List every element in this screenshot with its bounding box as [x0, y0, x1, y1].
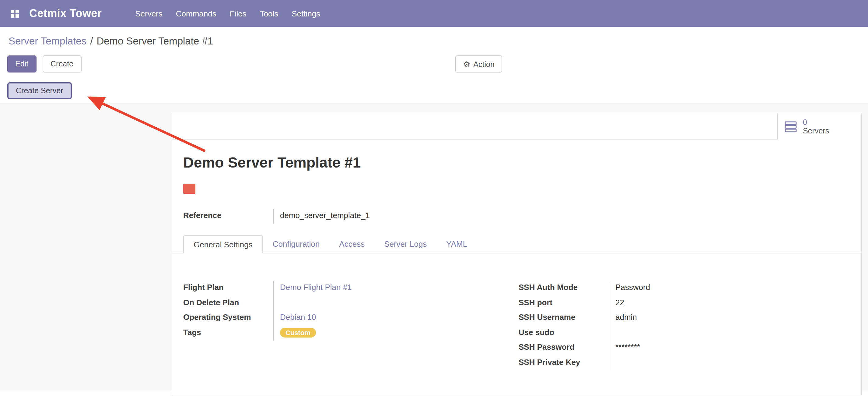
main-menu: Servers Commands Files Tools Settings	[128, 1, 327, 26]
header-button-row: Create Server	[0, 82, 868, 104]
control-panel-buttons: Edit Create ⚙Action	[0, 55, 868, 73]
gear-icon: ⚙	[463, 59, 470, 68]
breadcrumb: Server Templates/Demo Server Template #1	[0, 27, 868, 48]
create-server-button[interactable]: Create Server	[7, 82, 72, 99]
top-navbar: Cetmix Tower Servers Commands Files Tool…	[0, 0, 868, 27]
reference-value: demo_server_template_1	[273, 209, 850, 224]
ssh-private-key-value	[609, 356, 850, 370]
field-label: SSH Private Key	[519, 356, 609, 370]
breadcrumb-separator: /	[90, 35, 93, 46]
empty-value	[273, 296, 515, 311]
ssh-password-value: ********	[609, 341, 850, 356]
ssh-port-value: 22	[609, 296, 850, 311]
field-operating-system: Operating System Debian 10	[183, 311, 515, 326]
action-button-label: Action	[473, 60, 495, 68]
field-tags: Tags Custom	[183, 326, 515, 341]
menu-item-commands[interactable]: Commands	[169, 1, 223, 26]
tab-general-settings[interactable]: General Settings	[183, 235, 263, 253]
field-ssh-auth-mode: SSH Auth Mode Password	[519, 281, 850, 296]
control-panel: Server Templates/Demo Server Template #1…	[0, 27, 868, 104]
breadcrumb-parent-link[interactable]: Server Templates	[8, 35, 87, 46]
record-title: Demo Server Template #1	[183, 155, 861, 171]
field-flight-plan: Flight Plan Demo Flight Plan #1	[183, 281, 515, 296]
app-window: Cetmix Tower Servers Commands Files Tool…	[0, 0, 868, 396]
tab-server-logs[interactable]: Server Logs	[374, 235, 436, 253]
apps-grid-icon[interactable]	[7, 6, 22, 21]
field-on-delete-plan: On Delete Plan	[183, 296, 515, 311]
field-ssh-port: SSH port 22	[519, 296, 850, 311]
brand-title[interactable]: Cetmix Tower	[29, 7, 102, 20]
field-label: Use sudo	[519, 326, 609, 341]
edit-button[interactable]: Edit	[7, 55, 36, 73]
content-area: 0 Servers Demo Server Template #1 Refere…	[0, 104, 868, 391]
menu-item-servers[interactable]: Servers	[128, 1, 169, 26]
field-label: SSH Auth Mode	[519, 281, 609, 296]
use-sudo-value	[609, 326, 850, 341]
operating-system-link[interactable]: Debian 10	[280, 313, 316, 322]
servers-stat-icon	[784, 120, 797, 133]
ssh-username-value: admin	[609, 311, 850, 326]
ssh-auth-mode-value: Password	[609, 281, 850, 296]
stat-button-box: 0 Servers	[172, 113, 861, 140]
field-ssh-password: SSH Password ********	[519, 341, 850, 356]
field-label: SSH Password	[519, 341, 609, 356]
menu-item-tools[interactable]: Tools	[253, 1, 285, 26]
field-label: SSH port	[519, 296, 609, 311]
field-ssh-private-key: SSH Private Key	[519, 356, 850, 370]
field-ssh-username: SSH Username admin	[519, 311, 850, 326]
reference-field: Reference demo_server_template_1	[183, 209, 850, 224]
tab-access[interactable]: Access	[329, 235, 374, 253]
field-label: On Delete Plan	[183, 296, 273, 311]
create-button[interactable]: Create	[42, 55, 81, 73]
form-sheet: 0 Servers Demo Server Template #1 Refere…	[172, 113, 862, 395]
tab-configuration[interactable]: Configuration	[263, 235, 330, 253]
flight-plan-link[interactable]: Demo Flight Plan #1	[280, 283, 352, 292]
breadcrumb-current: Demo Server Template #1	[96, 35, 213, 46]
servers-stat-button[interactable]: 0 Servers	[777, 113, 861, 140]
stat-value: 0	[803, 118, 829, 126]
field-use-sudo: Use sudo	[519, 326, 850, 341]
menu-item-files[interactable]: Files	[223, 1, 253, 26]
field-label: Tags	[183, 326, 273, 341]
field-groups: Flight Plan Demo Flight Plan #1 On Delet…	[183, 281, 850, 395]
notebook-tabs: General Settings Configuration Access Se…	[172, 235, 861, 253]
field-group-right: SSH Auth Mode Password SSH port 22 SSH U…	[519, 281, 850, 370]
color-swatch[interactable]	[183, 184, 195, 194]
reference-label: Reference	[183, 209, 273, 224]
stat-label: Servers	[803, 126, 829, 135]
field-group-left: Flight Plan Demo Flight Plan #1 On Delet…	[183, 281, 515, 370]
field-label: Operating System	[183, 311, 273, 326]
field-label: Flight Plan	[183, 281, 273, 296]
menu-item-settings[interactable]: Settings	[285, 1, 327, 26]
tab-yaml[interactable]: YAML	[436, 235, 477, 253]
field-label: SSH Username	[519, 311, 609, 326]
action-button[interactable]: ⚙Action	[455, 55, 502, 73]
tag-badge[interactable]: Custom	[280, 328, 316, 337]
